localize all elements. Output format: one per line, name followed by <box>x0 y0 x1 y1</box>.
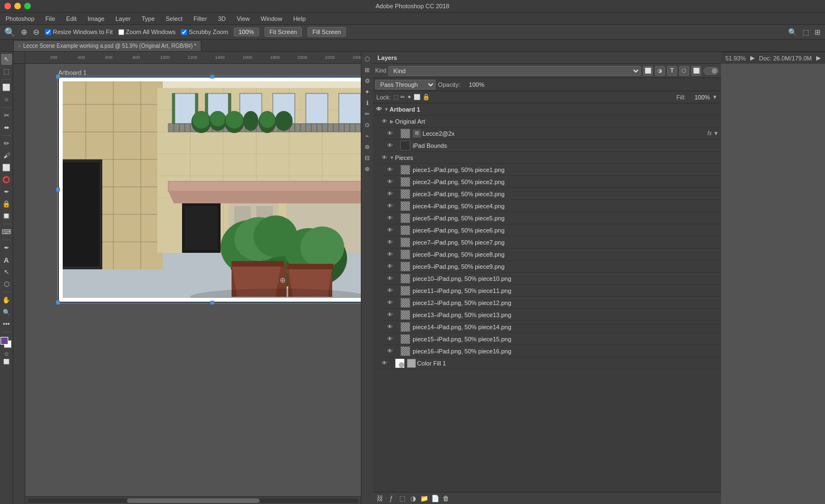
add-group-btn[interactable]: 📁 <box>419 494 429 503</box>
menu-view[interactable]: View <box>234 15 252 22</box>
extras-icon[interactable]: ⊞ <box>815 28 821 36</box>
layer-visibility-piece1[interactable]: 👁 <box>386 166 394 174</box>
layer-piece12[interactable]: 👁 piece12–iPad.png, 50% piece12.png <box>384 297 721 309</box>
handle-bm[interactable] <box>211 301 215 304</box>
menu-select[interactable]: Select <box>163 15 185 22</box>
layer-original-art[interactable]: 👁 ▶ Original Art <box>378 115 721 128</box>
fill-tool[interactable]: 🔒 <box>1 198 12 209</box>
path-tool[interactable]: ↖ <box>1 267 12 278</box>
lock-position-icon[interactable]: ✦ <box>407 94 411 100</box>
layer-visibility-piece16[interactable]: 👁 <box>386 347 394 355</box>
plus-icon[interactable]: ⊕ <box>362 164 372 174</box>
zoom-all-windows-label[interactable]: Zoom All Windows <box>118 29 175 35</box>
menu-image[interactable]: Image <box>85 15 107 22</box>
eraser-tool[interactable]: ✒ <box>1 186 12 197</box>
handle-ml[interactable] <box>56 188 60 192</box>
tab-close-btn[interactable]: × <box>18 43 21 49</box>
menu-window[interactable]: Window <box>258 15 284 22</box>
add-mask-btn[interactable]: ⬚ <box>397 494 407 503</box>
layer-visibility-piece12[interactable]: 👁 <box>386 299 394 307</box>
type-filter-icon[interactable]: T <box>667 66 677 76</box>
status-expand-btn[interactable]: ▶ <box>750 54 755 62</box>
shape-filter-icon[interactable]: ⬡ <box>679 66 689 76</box>
history-tool[interactable]: ⭕ <box>1 174 12 185</box>
layer-piece6[interactable]: 👁 piece6–iPad.png, 50% piece6.png <box>384 224 721 236</box>
layer-piece9[interactable]: 👁 piece9–iPad.png, 50% piece9.png <box>384 261 721 273</box>
menu-help[interactable]: Help <box>291 15 308 22</box>
lasso-tool[interactable]: ○ <box>1 94 12 105</box>
layer-visibility-artboard1[interactable]: 👁 <box>375 106 383 113</box>
type-tool[interactable]: A <box>1 254 12 265</box>
layer-visibility-piece13[interactable]: 👁 <box>386 311 394 319</box>
zoom-in-icon[interactable]: ⊕ <box>21 27 28 36</box>
zoom-tool-icon[interactable]: 🔍 <box>4 27 15 37</box>
layer-visibility-color-fill1[interactable]: 👁 <box>381 359 388 367</box>
fill-dropdown-arrow[interactable]: ▼ <box>712 94 718 100</box>
eyedropper-tool[interactable]: ⬌ <box>1 122 12 133</box>
layer-piece7[interactable]: 👁 piece7–iPad.png, 50% piece7.png <box>384 236 721 248</box>
layer-expand-original-art[interactable]: ▶ <box>388 118 395 125</box>
adjustment-filter-icon[interactable]: ◑ <box>655 66 665 76</box>
layer-piece3[interactable]: 👁 piece3–iPad.png, 50% piece3.png <box>384 188 721 200</box>
layer-expand-artboard1[interactable]: ▼ <box>383 106 389 113</box>
scrollbar-thumb-h[interactable] <box>127 499 260 503</box>
layer-visibility-piece15[interactable]: 👁 <box>386 335 394 343</box>
layer-visibility-piece11[interactable]: 👁 <box>386 287 394 295</box>
crop-tool[interactable]: ✂ <box>1 110 12 121</box>
layer-color-fill1[interactable]: 👁 Color Fill 1 <box>378 357 721 369</box>
artboard-tool[interactable]: ⬚ <box>1 66 12 77</box>
actions-icon[interactable]: ⌁ <box>362 131 372 141</box>
window-controls[interactable] <box>4 3 31 9</box>
add-layer-btn[interactable]: 📄 <box>430 494 440 503</box>
document-tab[interactable]: × Lecce Scene Example working a.psd @ 51… <box>13 40 201 51</box>
filter-toggle[interactable] <box>703 67 719 75</box>
clone-tool[interactable]: ⬜ <box>1 162 12 173</box>
layer-artboard1[interactable]: 👁 ▼ Artboard 1 <box>373 103 721 115</box>
quick-mask-icon[interactable]: ⊙ <box>4 351 9 357</box>
menu-photoshop[interactable]: Photoshop <box>3 15 37 22</box>
layer-piece1[interactable]: 👁 piece1–iPad.png, 50% piece1.png <box>384 164 721 176</box>
layer-piece2[interactable]: 👁 piece2–iPad.png, 50% piece2.png <box>384 176 721 188</box>
lock-artboards-icon[interactable]: ⬜ <box>414 94 420 100</box>
fg-color-swatch[interactable] <box>1 337 8 345</box>
lock-image-icon[interactable]: ✏ <box>400 94 405 100</box>
layout-icon[interactable]: ⊞ <box>362 65 372 75</box>
close-button[interactable] <box>4 3 11 9</box>
layer-visibility-ipad-bounds[interactable]: 👁 <box>386 142 394 149</box>
layer-piece11[interactable]: 👁 piece11–iPad.png, 50% piece11.png <box>384 285 721 297</box>
layer-piece15[interactable]: 👁 piece15–iPad.png, 50% piece15.png <box>384 333 721 345</box>
layer-visibility-piece9[interactable]: 👁 <box>386 263 394 270</box>
resize-windows-label[interactable]: Resize Windows to Fit <box>45 29 113 35</box>
blend-mode-select[interactable]: Pass Through Normal Dissolve Multiply <box>375 80 436 90</box>
3d-icon[interactable]: ⬡ <box>362 54 372 64</box>
layer-fx-lecce2x[interactable]: fx ▼ <box>707 130 718 136</box>
layer-piece13[interactable]: 👁 piece13–iPad.png, 50% piece13.png <box>384 309 721 321</box>
add-style-btn[interactable]: ƒ <box>386 494 396 503</box>
resize-windows-checkbox[interactable] <box>45 29 51 35</box>
menu-3d[interactable]: 3D <box>216 15 228 22</box>
clone-right-icon[interactable]: ⊚ <box>362 142 372 152</box>
zoom-out-icon[interactable]: ⊖ <box>33 27 40 36</box>
layer-piece14[interactable]: 👁 piece14–iPad.png, 50% piece14.png <box>384 321 721 333</box>
color-swatch-container[interactable] <box>1 337 13 349</box>
screen-mode-icon[interactable]: ⬜ <box>3 359 9 364</box>
hand-tool[interactable]: ✋ <box>1 295 12 306</box>
lock-all-icon[interactable]: 🔒 <box>422 93 430 101</box>
layer-visibility-piece2[interactable]: 👁 <box>386 178 394 186</box>
layer-visibility-pieces[interactable]: 👁 <box>381 154 388 162</box>
fill-input[interactable] <box>688 94 710 101</box>
marquee-tool[interactable]: ⬜ <box>1 82 12 93</box>
brush-tool[interactable]: 🖌 <box>1 150 12 161</box>
add-adjustment-btn[interactable]: ◑ <box>408 494 418 503</box>
layer-visibility-piece7[interactable]: 👁 <box>386 239 394 246</box>
more-tools[interactable]: ••• <box>1 319 12 330</box>
layer-visibility-piece6[interactable]: 👁 <box>386 226 394 234</box>
layer-visibility-piece10[interactable]: 👁 <box>386 275 394 283</box>
pixel-filter-icon[interactable]: ⬜ <box>643 66 653 76</box>
layer-visibility-piece5[interactable]: 👁 <box>386 214 394 222</box>
zoom-tool[interactable]: 🔍 <box>1 307 12 318</box>
link-layers-btn[interactable]: ⛓ <box>375 494 385 503</box>
layer-expand-pieces[interactable]: ▼ <box>388 154 395 161</box>
move-tool[interactable]: ↖ <box>1 54 12 65</box>
scrollbar-track-h[interactable] <box>28 499 359 503</box>
